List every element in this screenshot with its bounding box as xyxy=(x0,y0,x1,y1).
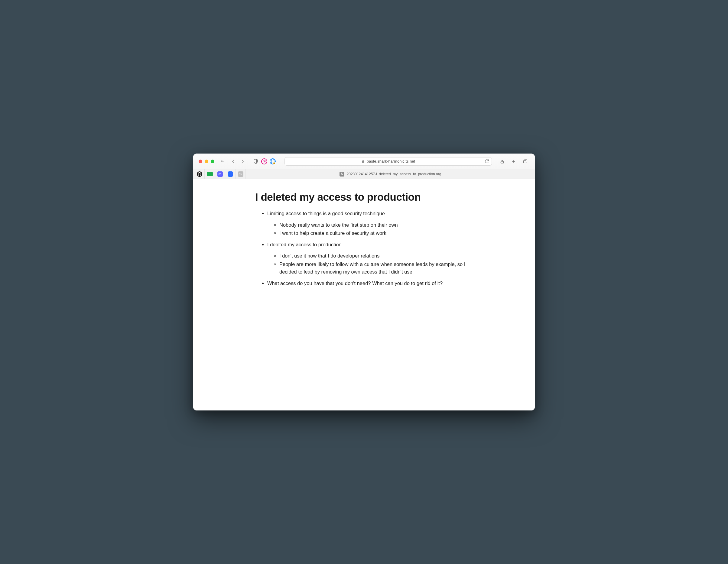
onepassword-icon: ① xyxy=(261,158,267,164)
sub-list: I don't use it now that I do developer r… xyxy=(267,252,473,276)
list-item: I deleted my access to production I don'… xyxy=(267,241,473,276)
lock-icon xyxy=(361,160,365,163)
list-item: What access do you have that you don't n… xyxy=(267,280,473,287)
right-toolbar-actions xyxy=(498,157,529,165)
favorites-strip: m S xyxy=(193,169,246,179)
back-button[interactable] xyxy=(229,157,237,165)
mastodon-icon: m xyxy=(217,171,223,177)
window-controls xyxy=(199,160,214,163)
plus-icon xyxy=(511,159,516,164)
tab-overview-button[interactable] xyxy=(521,157,529,165)
tailscale-extension-button[interactable]: 🔒 xyxy=(269,158,276,165)
green-icon xyxy=(207,172,213,176)
list-item: I want to help create a culture of secur… xyxy=(279,229,473,237)
minimize-window-button[interactable] xyxy=(205,160,208,163)
favorite-github[interactable] xyxy=(194,169,205,179)
favorite-grey[interactable]: S xyxy=(236,169,246,179)
tab-bar: m S S 20230124141257-i_deleted_my_access… xyxy=(193,169,535,179)
toolbar: ① 🔒 paste.shark-harmonic.ts.net xyxy=(193,154,535,169)
sub-list: Nobody really wants to take the first st… xyxy=(267,221,473,237)
list-item: I don't use it now that I do developer r… xyxy=(279,252,473,260)
shield-icon xyxy=(253,159,258,164)
tab-title: 20230124141257-i_deleted_my_access_to_pr… xyxy=(347,172,441,176)
list-item: Nobody really wants to take the first st… xyxy=(279,221,473,229)
forward-button[interactable] xyxy=(239,157,247,165)
address-content: paste.shark-harmonic.ts.net xyxy=(361,159,415,164)
reload-button[interactable] xyxy=(485,159,489,164)
svg-rect-6 xyxy=(524,160,526,163)
globe-lock-icon: 🔒 xyxy=(270,158,276,164)
favorite-mastodon[interactable]: m xyxy=(215,169,225,179)
privacy-shield-button[interactable] xyxy=(252,158,259,165)
chevron-left-icon xyxy=(231,159,236,164)
share-button[interactable] xyxy=(498,157,506,165)
page-viewport[interactable]: I deleted my access to production Limiti… xyxy=(193,179,535,410)
address-bar[interactable]: paste.shark-harmonic.ts.net xyxy=(284,157,492,166)
list-item: People are more likely to follow with a … xyxy=(279,261,473,276)
new-tab-button[interactable] xyxy=(509,157,518,165)
browser-window: ① 🔒 paste.shark-harmonic.ts.net xyxy=(193,154,535,410)
share-icon xyxy=(500,159,505,164)
article: I deleted my access to production Limiti… xyxy=(249,179,479,293)
chevron-right-icon xyxy=(240,159,245,164)
page-title: I deleted my access to production xyxy=(255,191,473,203)
onepassword-extension-button[interactable]: ① xyxy=(261,158,268,165)
bullet-list: Limiting access to things is a good secu… xyxy=(255,210,473,287)
url-text: paste.shark-harmonic.ts.net xyxy=(367,159,415,164)
tabs-icon xyxy=(523,159,528,164)
close-window-button[interactable] xyxy=(199,160,202,163)
chevron-down-icon xyxy=(223,160,225,163)
list-item: Limiting access to things is a good secu… xyxy=(267,210,473,237)
active-tab[interactable]: S 20230124141257-i_deleted_my_access_to_… xyxy=(246,169,535,179)
sidebar-toggle-button[interactable] xyxy=(221,160,225,163)
extension-icons: ① 🔒 xyxy=(252,158,276,165)
list-item-text: I deleted my access to production xyxy=(267,242,342,247)
svg-rect-0 xyxy=(221,161,223,162)
favorite-green[interactable] xyxy=(205,169,215,179)
list-item-text: Limiting access to things is a good secu… xyxy=(267,211,385,216)
blue-square-icon xyxy=(228,171,233,177)
tab-favicon: S xyxy=(340,172,344,177)
navigation-arrows xyxy=(229,157,247,165)
github-icon xyxy=(197,171,202,177)
favorite-blue[interactable] xyxy=(225,169,236,179)
grey-square-icon: S xyxy=(238,171,243,177)
maximize-window-button[interactable] xyxy=(211,160,214,163)
sidebar-icon xyxy=(221,160,223,162)
